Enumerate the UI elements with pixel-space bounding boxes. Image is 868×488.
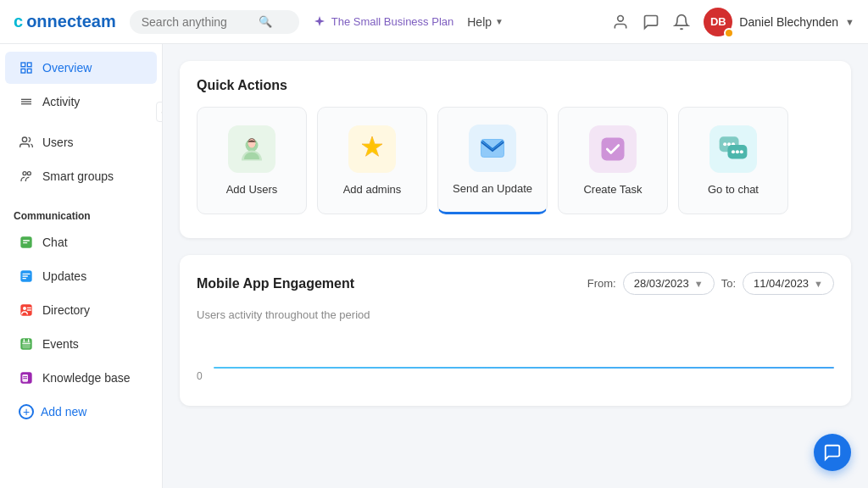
users-icon <box>19 135 34 150</box>
sidebar-directory-label: Directory <box>42 303 90 317</box>
engagement-title: Mobile App Engagement <box>197 276 577 291</box>
main-layout: ‹ Overview Activity Users Smart groups <box>0 44 868 488</box>
sidebar-item-events[interactable]: Events <box>5 328 157 360</box>
sidebar-events-label: Events <box>42 337 79 351</box>
directory-icon <box>19 302 34 318</box>
to-label: To: <box>721 277 736 290</box>
chat-widget-button[interactable] <box>814 434 851 471</box>
sidebar-users-label: Users <box>42 136 74 149</box>
go-to-chat-icon <box>709 125 757 173</box>
chart-container: 0 <box>197 331 834 382</box>
svg-rect-4 <box>21 69 25 73</box>
svg-rect-3 <box>27 69 31 73</box>
engagement-card: Mobile App Engagement From: 28/03/2023 ▼… <box>180 255 851 406</box>
quick-action-add-admins[interactable]: Add admins <box>317 107 427 214</box>
events-icon <box>19 336 34 352</box>
to-date-select[interactable]: 11/04/2023 ▼ <box>743 272 834 295</box>
add-admins-icon <box>348 125 396 173</box>
from-date-value: 28/03/2023 <box>634 277 689 290</box>
plus-icon: + <box>19 404 34 419</box>
bell-icon[interactable] <box>673 14 690 30</box>
chart-area: Users activity throughout the period 0 <box>197 308 834 389</box>
sidebar-item-users[interactable]: Users <box>5 126 157 158</box>
quick-actions-title: Quick Actions <box>197 78 834 93</box>
knowledge-base-icon <box>19 370 34 385</box>
avatar-badge <box>724 28 734 38</box>
sidebar-overview-label: Overview <box>42 61 92 75</box>
quick-action-go-to-chat[interactable]: Go to chat <box>678 107 788 214</box>
add-users-icon <box>228 125 275 173</box>
help-button[interactable]: Help ▼ <box>467 15 504 29</box>
svg-point-10 <box>27 172 31 175</box>
updates-icon <box>19 269 34 284</box>
add-new-label: Add new <box>41 405 86 419</box>
add-admins-label: Add admins <box>343 183 402 196</box>
create-task-label: Create Task <box>583 183 642 196</box>
help-label: Help <box>467 15 492 29</box>
svg-point-8 <box>22 137 26 141</box>
communication-section-label: Communication <box>0 200 162 225</box>
send-update-icon <box>469 125 516 172</box>
quick-actions-grid: Add Users Add admins <box>197 107 834 221</box>
svg-point-40 <box>740 150 743 153</box>
sidebar-item-activity[interactable]: Activity <box>5 86 157 118</box>
activity-icon <box>19 94 34 109</box>
svg-point-14 <box>23 307 26 310</box>
engagement-header: Mobile App Engagement From: 28/03/2023 ▼… <box>197 272 834 295</box>
add-users-label: Add Users <box>226 183 278 196</box>
from-date-arrow: ▼ <box>694 279 704 289</box>
quick-actions-card: Quick Actions <box>180 61 851 238</box>
sidebar-collapse-button[interactable]: ‹ <box>156 102 163 122</box>
svg-rect-1 <box>21 63 25 67</box>
person-icon[interactable] <box>612 14 629 30</box>
chevron-down-icon: ▼ <box>495 17 504 26</box>
sidebar-item-smart-groups[interactable]: Smart groups <box>5 160 157 192</box>
quick-action-send-update[interactable]: Send an Update <box>437 107 548 214</box>
to-date-value: 11/04/2023 <box>754 277 809 290</box>
search-bar[interactable]: 🔍 <box>130 10 299 34</box>
chat-widget-icon <box>823 443 842 462</box>
top-navigation: connecteam 🔍 The Small Business Plan Hel… <box>0 0 868 44</box>
quick-action-create-task[interactable]: Create Task <box>558 107 668 214</box>
sidebar-item-updates[interactable]: Updates <box>5 260 157 292</box>
chart-axis-zero: 0 <box>197 370 203 382</box>
chat-nav-icon[interactable] <box>643 14 659 30</box>
search-icon: 🔍 <box>259 15 272 28</box>
svg-point-34 <box>723 142 726 146</box>
from-date-select[interactable]: 28/03/2023 ▼ <box>623 272 715 295</box>
svg-point-38 <box>732 150 735 153</box>
date-filter: From: 28/03/2023 ▼ To: 11/04/2023 ▼ <box>587 272 834 295</box>
smart-groups-icon <box>19 169 34 184</box>
logo: connecteam <box>14 12 116 31</box>
sidebar-item-overview[interactable]: Overview <box>5 52 157 84</box>
send-update-label: Send an Update <box>453 182 532 195</box>
svg-point-39 <box>736 150 739 153</box>
go-to-chat-label: Go to chat <box>708 183 759 196</box>
logo-text: onnecteam <box>26 12 116 31</box>
sidebar-knowledge-base-label: Knowledge base <box>42 371 131 385</box>
plan-badge[interactable]: The Small Business Plan <box>313 15 454 29</box>
quick-action-add-users[interactable]: Add Users <box>197 107 307 214</box>
sidebar-activity-label: Activity <box>42 95 80 108</box>
logo-c: c <box>14 12 23 31</box>
user-initials: DB <box>710 15 726 28</box>
main-content: Quick Actions <box>163 44 868 488</box>
sidebar-chat-label: Chat <box>42 236 68 249</box>
svg-rect-2 <box>27 63 31 67</box>
from-label: From: <box>587 277 616 290</box>
sidebar-item-chat[interactable]: Chat <box>5 226 157 258</box>
create-task-icon <box>589 125 637 173</box>
sidebar-updates-label: Updates <box>42 269 86 283</box>
overview-icon <box>19 60 34 75</box>
search-input[interactable] <box>142 15 252 29</box>
plan-label: The Small Business Plan <box>331 15 454 28</box>
sidebar-smart-groups-label: Smart groups <box>42 169 114 183</box>
sidebar-item-directory[interactable]: Directory <box>5 294 157 326</box>
sidebar-item-knowledge-base[interactable]: Knowledge base <box>5 362 157 394</box>
nav-icons: DB Daniel Blechynden ▼ <box>612 8 854 36</box>
user-menu[interactable]: DB Daniel Blechynden ▼ <box>704 8 854 36</box>
sidebar-add-new-button[interactable]: + Add new <box>5 396 157 428</box>
avatar: DB <box>704 8 732 36</box>
to-date-arrow: ▼ <box>814 279 823 289</box>
sparkle-icon <box>313 15 326 29</box>
